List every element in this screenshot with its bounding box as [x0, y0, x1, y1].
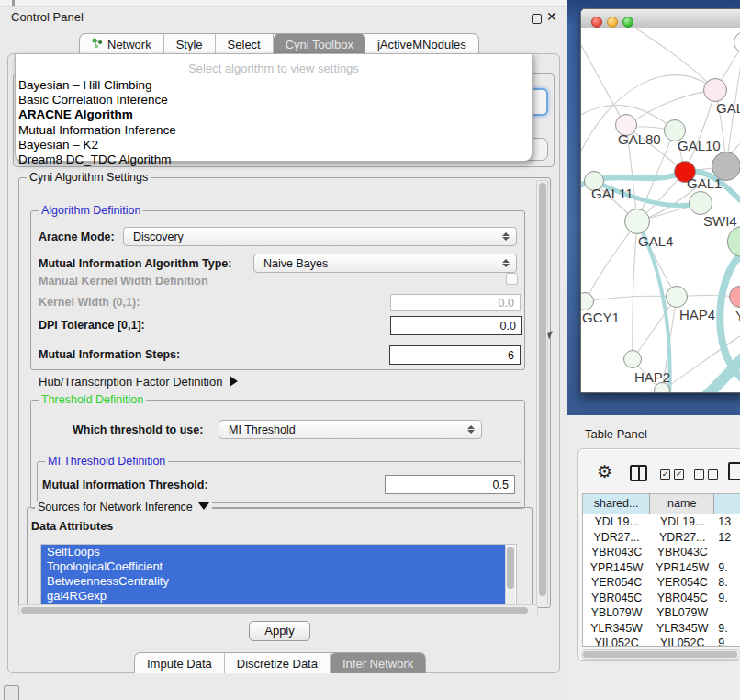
- desktop-background: GALGAL80GAL10GAL1GAL11SWI4GAL4HAP4YGCY1H…: [567, 0, 740, 415]
- table-row[interactable]: YLR345WYLR345W9.: [583, 621, 740, 637]
- algorithm-option-dream8-dc-tdc-algorithm[interactable]: Dream8 DC_TDC Algorithm: [18, 152, 529, 167]
- algorithm-option-aracne-algorithm[interactable]: ARACNE Algorithm: [18, 107, 529, 122]
- kernel-width-label: Kernel Width (0,1):: [39, 296, 140, 309]
- tab-infer-network[interactable]: Infer Network: [331, 653, 425, 673]
- table-cell: YBL079W: [650, 605, 714, 621]
- close-icon[interactable]: ✕: [546, 9, 557, 24]
- mi-algorithm-type-label: Mutual Information Algorithm Type:: [39, 257, 231, 270]
- checked-checkbox-icon[interactable]: ✓: [660, 469, 670, 480]
- unchecked-checkbox-icon[interactable]: [708, 469, 718, 480]
- table-horizontal-scrollbar[interactable]: [581, 649, 740, 660]
- mi-steps-input[interactable]: [389, 345, 521, 365]
- algorithm-option-basic-correlation-inference[interactable]: Basic Correlation Inference: [18, 93, 529, 107]
- settings-vertical-scrollbar[interactable]: [536, 180, 548, 604]
- zoom-traffic-light-icon[interactable]: [622, 17, 633, 28]
- float-window-icon[interactable]: [532, 14, 542, 24]
- close-traffic-light-icon[interactable]: [591, 17, 602, 28]
- table-row[interactable]: YER054CYER054C8.: [583, 575, 740, 591]
- column-header[interactable]: [714, 494, 740, 514]
- network-node-swi4[interactable]: [689, 191, 712, 215]
- document-icon[interactable]: [728, 462, 740, 480]
- hub-definition-label: Hub/Transcription Factor Definition: [39, 375, 222, 389]
- aracne-mode-select[interactable]: Discovery: [123, 227, 517, 246]
- table-cell: 12: [714, 530, 740, 546]
- node-label-gal10: GAL10: [678, 138, 721, 153]
- node-label-hap4: HAP4: [679, 307, 715, 322]
- network-graph[interactable]: GALGAL80GAL10GAL1GAL11SWI4GAL4HAP4YGCY1H…: [581, 28, 740, 392]
- control-panel-title: Control Panel: [11, 10, 84, 24]
- tab-jactivemnodules[interactable]: jActiveMNodules: [365, 34, 478, 54]
- table-row[interactable]: YBR043CYBR043C: [583, 545, 740, 560]
- network-node-hap2[interactable]: [623, 350, 642, 368]
- algorithm-option-bayesian-hill-climbing[interactable]: Bayesian – Hill Climbing: [18, 78, 529, 93]
- table-cell: YDL19...: [583, 514, 650, 530]
- attribute-item-topologicalcoefficient[interactable]: TopologicalCoefficient: [41, 559, 505, 574]
- column-header-name[interactable]: name: [650, 494, 714, 514]
- apply-button[interactable]: Apply: [249, 621, 310, 641]
- scrollbar-thumb[interactable]: [507, 547, 514, 589]
- network-window-titlebar[interactable]: [581, 9, 740, 28]
- network-tab-icon: [92, 38, 103, 51]
- node-label-gal: GAL: [716, 100, 740, 116]
- attribute-item-selfloops[interactable]: SelfLoops: [41, 545, 505, 559]
- table-cell: YBL079W: [583, 605, 650, 621]
- docked-panel-icon[interactable]: [4, 685, 19, 700]
- table-cell: 9.: [714, 636, 740, 647]
- scrollbar-thumb[interactable]: [583, 651, 737, 658]
- attribute-item-gal4rgexp[interactable]: gal4RGexp: [41, 589, 505, 604]
- table-row[interactable]: YDR27...YDR27...12: [583, 530, 740, 546]
- settings-horizontal-scrollbar[interactable]: [18, 604, 538, 615]
- dpi-tolerance-input[interactable]: [390, 316, 522, 335]
- network-node-gal4[interactable]: [624, 209, 650, 234]
- combo-stepper-icon: [501, 232, 510, 241]
- columns-icon[interactable]: [630, 465, 647, 481]
- attribute-item-betweennesscentrality[interactable]: BetweennessCentrality: [41, 574, 505, 589]
- mi-algorithm-type-select[interactable]: Naive Bayes: [253, 254, 517, 273]
- mi-steps-label: Mutual Information Steps:: [39, 348, 180, 361]
- node-label-gal80: GAL80: [618, 131, 661, 147]
- table-row[interactable]: YPR145WYPR145W9.: [583, 560, 740, 576]
- bottom-tabs: Impute DataDiscretize DataInfer Network: [134, 652, 426, 673]
- scrollbar-thumb[interactable]: [21, 607, 528, 614]
- tab-discretize-data[interactable]: Discretize Data: [225, 653, 331, 673]
- network-node-hap4[interactable]: [666, 286, 688, 308]
- checked-checkbox-icon[interactable]: ✓: [674, 469, 684, 480]
- network-node-gal[interactable]: [703, 78, 727, 102]
- tab-select[interactable]: Select: [216, 34, 274, 54]
- table-row[interactable]: YBR045CYBR045C9.: [583, 591, 740, 606]
- data-attributes-list: SelfLoopsTopologicalCoefficientBetweenne…: [40, 544, 517, 604]
- network-node[interactable]: [654, 382, 670, 392]
- kernel-width-input[interactable]: [390, 294, 521, 311]
- attributes-scrollbar[interactable]: [505, 546, 515, 604]
- table-cell: 8.: [714, 575, 740, 591]
- algorithm-option-mutual-information-inference[interactable]: Mutual Information Inference: [18, 123, 529, 138]
- table-panel-title: Table Panel: [585, 427, 647, 441]
- unchecked-checkbox-icon[interactable]: [694, 469, 704, 480]
- scrollbar-thumb[interactable]: [539, 183, 546, 596]
- tab-network[interactable]: Network: [80, 34, 164, 54]
- algorithm-option-bayesian-k2[interactable]: Bayesian – K2: [18, 138, 529, 152]
- manual-kernel-width-checkbox[interactable]: [506, 273, 518, 285]
- minimize-traffic-light-icon[interactable]: [607, 17, 618, 28]
- column-header-shared[interactable]: shared...: [583, 494, 650, 514]
- combo-stepper-icon: [501, 259, 510, 267]
- tab-label: Discretize Data: [237, 657, 318, 671]
- table-row[interactable]: YDL19...YDL19...13: [583, 514, 740, 530]
- which-threshold-select[interactable]: MI Threshold: [219, 420, 482, 439]
- sources-group-title[interactable]: Sources for Network Inference: [35, 501, 212, 514]
- threshold-definition-title: Threshold Definition: [39, 393, 146, 406]
- tab-style[interactable]: Style: [164, 34, 216, 54]
- table-cell: YDR27...: [583, 530, 650, 546]
- table-cell: YIL052C: [650, 636, 714, 647]
- table-row[interactable]: YBL079WYBL079W: [583, 605, 740, 621]
- table-cell: YPR145W: [583, 560, 650, 576]
- which-threshold-label: Which threshold to use:: [73, 423, 203, 436]
- tab-cyni-toolbox[interactable]: Cyni Toolbox: [274, 34, 365, 54]
- mi-threshold-group-title: MI Threshold Definition: [45, 455, 168, 468]
- tab-impute-data[interactable]: Impute Data: [135, 653, 225, 673]
- tab-label: Style: [176, 38, 203, 51]
- table-row[interactable]: YIL052CYIL052C9.: [583, 636, 740, 647]
- hub-definition-toggle[interactable]: Hub/Transcription Factor Definition: [39, 375, 238, 389]
- gear-icon[interactable]: ⚙: [597, 463, 612, 480]
- mi-threshold-input[interactable]: [385, 475, 515, 494]
